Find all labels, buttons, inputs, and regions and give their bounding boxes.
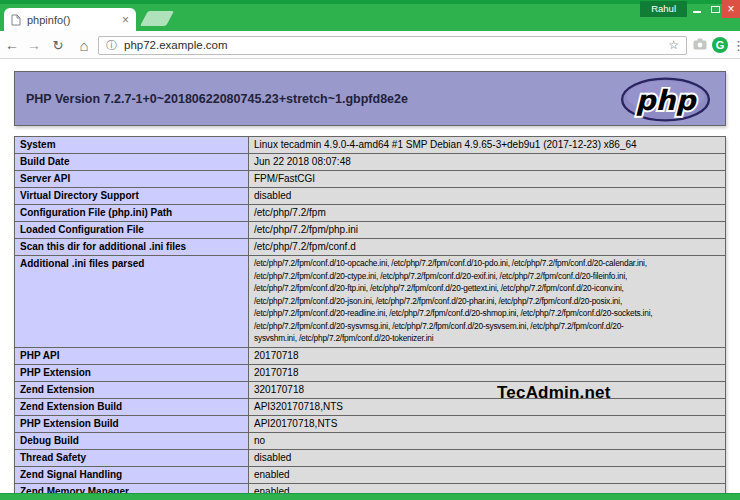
info-label: Zend Extension Build bbox=[15, 398, 249, 415]
table-row: Zend Memory Manager enabled bbox=[15, 483, 726, 493]
camera-extension-icon[interactable] bbox=[693, 38, 707, 50]
table-row: Loaded Configuration File /etc/php/7.2/f… bbox=[15, 222, 726, 239]
php-version-header: PHP Version 7.2.7-1+0~20180622080745.23+… bbox=[14, 71, 726, 126]
info-label: System bbox=[15, 137, 249, 154]
php-logo-text: php bbox=[636, 84, 698, 117]
table-row: System Linux tecadmin 4.9.0-4-amd64 #1 S… bbox=[15, 137, 726, 154]
table-row: PHP API 20170718 bbox=[15, 347, 726, 364]
info-value: enabled bbox=[249, 466, 726, 483]
php-version-title: PHP Version 7.2.7-1+0~20180622080745.23+… bbox=[15, 92, 518, 106]
tab-title: phpinfo() bbox=[27, 14, 116, 26]
address-bar[interactable]: ⓘ php72.example.com ☆ bbox=[98, 36, 687, 55]
window-maximize-button[interactable] bbox=[708, 0, 722, 18]
phpinfo-page: PHP Version 7.2.7-1+0~20180622080745.23+… bbox=[0, 59, 740, 493]
info-value: 320170718 bbox=[249, 381, 726, 398]
tab-close-icon[interactable]: × bbox=[122, 14, 129, 26]
info-label: PHP Extension bbox=[15, 364, 249, 381]
tecadmin-watermark: TecAdmin.net bbox=[497, 383, 611, 403]
table-row: Server API FPM/FastCGI bbox=[15, 171, 726, 188]
info-label: Zend Extension bbox=[15, 381, 249, 398]
info-value: API320170718,NTS bbox=[249, 398, 726, 415]
info-value: disabled bbox=[249, 449, 726, 466]
tab-phpinfo[interactable]: phpinfo() × bbox=[4, 8, 136, 31]
table-row: Additional .ini files parsed /etc/php/7.… bbox=[15, 256, 726, 348]
info-label: PHP API bbox=[15, 347, 249, 364]
reload-button[interactable]: ↻ bbox=[48, 31, 68, 59]
info-label: Loaded Configuration File bbox=[15, 222, 249, 239]
minimize-icon bbox=[693, 11, 701, 13]
info-label: Virtual Directory Support bbox=[15, 188, 249, 205]
page-info-icon[interactable]: ⓘ bbox=[106, 38, 117, 53]
info-label: Build Date bbox=[15, 154, 249, 171]
info-label: Debug Build bbox=[15, 432, 249, 449]
table-row: Virtual Directory Support disabled bbox=[15, 188, 726, 205]
profile-badge[interactable]: Rahul bbox=[640, 1, 687, 17]
url-text: php72.example.com bbox=[124, 39, 668, 51]
info-value: /etc/php/7.2/fpm/conf.d bbox=[249, 239, 726, 256]
window-bottom-edge bbox=[0, 493, 740, 500]
table-row: Scan this dir for additional .ini files … bbox=[15, 239, 726, 256]
info-label: PHP Extension Build bbox=[15, 415, 249, 432]
table-row: PHP Extension Build API20170718,NTS bbox=[15, 415, 726, 432]
info-value: /etc/php/7.2/fpm bbox=[249, 205, 726, 222]
info-label: Zend Memory Manager bbox=[15, 483, 249, 493]
phpinfo-table: System Linux tecadmin 4.9.0-4-amd64 #1 S… bbox=[14, 136, 726, 493]
info-value: Jun 22 2018 08:07:48 bbox=[249, 154, 726, 171]
browser-window: phpinfo() × Rahul × ← → ↻ ⌂ ⓘ php72.exam… bbox=[0, 0, 740, 500]
window-minimize-button[interactable] bbox=[690, 0, 704, 18]
info-value: disabled bbox=[249, 188, 726, 205]
table-row: Thread Safety disabled bbox=[15, 449, 726, 466]
info-value: API20170718,NTS bbox=[249, 415, 726, 432]
info-value: enabled bbox=[249, 483, 726, 493]
grammarly-extension-icon[interactable]: G bbox=[712, 37, 728, 53]
browser-toolbar: ← → ↻ ⌂ ⓘ php72.example.com ☆ G ⋮ bbox=[0, 31, 740, 59]
info-value: 20170718 bbox=[249, 364, 726, 381]
window-top-edge bbox=[0, 0, 740, 4]
table-row: Zend Extension 320170718 bbox=[15, 381, 726, 398]
table-row: PHP Extension 20170718 bbox=[15, 364, 726, 381]
phpinfo-table-body: System Linux tecadmin 4.9.0-4-amd64 #1 S… bbox=[15, 137, 726, 494]
info-value: 20170718 bbox=[249, 347, 726, 364]
info-label: Zend Signal Handling bbox=[15, 466, 249, 483]
info-value: Linux tecadmin 4.9.0-4-amd64 #1 SMP Debi… bbox=[249, 137, 726, 154]
info-label: Thread Safety bbox=[15, 449, 249, 466]
table-row: Configuration File (php.ini) Path /etc/p… bbox=[15, 205, 726, 222]
info-value: no bbox=[249, 432, 726, 449]
php-logo[interactable]: php bbox=[619, 76, 712, 123]
maximize-icon bbox=[711, 6, 720, 13]
tab-bar: phpinfo() × Rahul × bbox=[0, 0, 740, 31]
info-label: Scan this dir for additional .ini files bbox=[15, 239, 249, 256]
info-value: /etc/php/7.2/fpm/php.ini bbox=[249, 222, 726, 239]
info-label: Configuration File (php.ini) Path bbox=[15, 205, 249, 222]
info-value: /etc/php/7.2/fpm/conf.d/10-opcache.ini, … bbox=[249, 256, 726, 348]
info-label: Additional .ini files parsed bbox=[15, 256, 249, 348]
table-row: Zend Signal Handling enabled bbox=[15, 466, 726, 483]
back-button[interactable]: ← bbox=[2, 31, 22, 59]
table-row: Debug Build no bbox=[15, 432, 726, 449]
info-value: FPM/FastCGI bbox=[249, 171, 726, 188]
page-favicon-icon bbox=[11, 14, 21, 26]
bookmark-star-icon[interactable]: ☆ bbox=[668, 38, 679, 52]
table-row: Zend Extension Build API320170718,NTS bbox=[15, 398, 726, 415]
table-row: Build Date Jun 22 2018 08:07:48 bbox=[15, 154, 726, 171]
new-tab-button[interactable] bbox=[140, 11, 174, 26]
window-close-button[interactable]: × bbox=[722, 0, 740, 18]
info-label: Server API bbox=[15, 171, 249, 188]
forward-button[interactable]: → bbox=[24, 31, 44, 59]
home-button[interactable]: ⌂ bbox=[74, 31, 94, 59]
browser-menu-icon[interactable]: ⋮ bbox=[732, 31, 740, 59]
